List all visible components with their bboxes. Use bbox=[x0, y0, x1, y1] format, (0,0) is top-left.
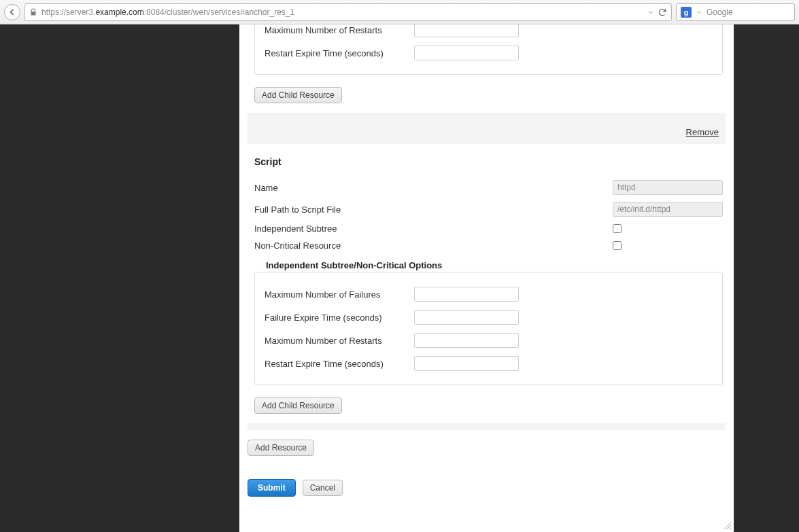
script-path-input[interactable] bbox=[613, 202, 723, 217]
option-label: Maximum Number of Restarts bbox=[265, 25, 414, 35]
url-bar-actions bbox=[647, 7, 667, 17]
arrow-left-icon bbox=[8, 8, 16, 16]
add-resource-button[interactable]: Add Resource bbox=[248, 440, 314, 456]
failure-expire-input[interactable] bbox=[414, 310, 519, 325]
add-child-resource-button[interactable]: Add Child Resource bbox=[254, 87, 342, 103]
form-row: Non-Critical Resource bbox=[254, 237, 723, 254]
option-row: Restart Expire Time (seconds) bbox=[265, 41, 713, 65]
option-label: Restart Expire Time (seconds) bbox=[265, 359, 414, 369]
option-row: Maximum Number of Restarts bbox=[265, 24, 713, 41]
script-section-title: Script bbox=[254, 156, 723, 167]
field-label: Full Path to Script File bbox=[254, 205, 613, 215]
max-restarts-input[interactable] bbox=[414, 24, 519, 37]
url-host: example.com bbox=[95, 7, 143, 17]
option-label: Restart Expire Time (seconds) bbox=[265, 48, 414, 58]
resource-header-bar: Remove bbox=[248, 113, 726, 144]
add-child-resource-button-2[interactable]: Add Child Resource bbox=[254, 397, 342, 414]
option-row: Failure Expire Time (seconds) bbox=[265, 306, 713, 329]
url-suffix: :8084/cluster/wen/services#anchor_res_1 bbox=[144, 7, 294, 17]
form-row: Independent Subtree bbox=[254, 220, 723, 237]
submit-button[interactable]: Submit bbox=[248, 479, 296, 497]
subtree-options-legend: Independent Subtree/Non-Critical Options bbox=[265, 260, 443, 270]
resize-handle-icon[interactable] bbox=[723, 521, 732, 531]
option-label: Maximum Number of Failures bbox=[265, 289, 414, 300]
cancel-button[interactable]: Cancel bbox=[303, 480, 343, 496]
field-label: Name bbox=[254, 183, 613, 193]
url-bar[interactable]: https://server3.example.com:8084/cluster… bbox=[24, 3, 672, 21]
form-row: Full Path to Script File bbox=[254, 198, 723, 220]
script-name-input[interactable] bbox=[613, 180, 723, 195]
field-label: Independent Subtree bbox=[254, 224, 613, 234]
chevron-down-icon bbox=[696, 9, 702, 16]
max-restarts-input-2[interactable] bbox=[414, 333, 519, 348]
url-text: https://server3.example.com:8084/cluster… bbox=[41, 7, 643, 17]
field-label: Non-Critical Resource bbox=[254, 241, 613, 251]
browser-toolbar: https://server3.example.com:8084/cluster… bbox=[0, 0, 799, 24]
non-critical-checkbox[interactable] bbox=[613, 241, 622, 250]
option-row: Maximum Number of Failures bbox=[265, 283, 713, 306]
section-divider bbox=[248, 423, 726, 430]
viewport-background: Maximum Number of Restarts Restart Expir… bbox=[0, 24, 799, 532]
restart-expire-input[interactable] bbox=[414, 46, 519, 60]
page-content: Maximum Number of Restarts Restart Expir… bbox=[239, 24, 734, 532]
dropdown-icon[interactable] bbox=[647, 8, 655, 16]
upper-options-fieldset: Maximum Number of Restarts Restart Expir… bbox=[254, 24, 723, 75]
form-row: Name bbox=[254, 177, 723, 198]
option-row: Restart Expire Time (seconds) bbox=[265, 352, 713, 375]
option-label: Failure Expire Time (seconds) bbox=[265, 313, 414, 323]
url-prefix: https://server3. bbox=[41, 7, 95, 17]
search-box[interactable]: g Google bbox=[676, 3, 795, 21]
form-footer: Submit Cancel bbox=[248, 479, 726, 497]
independent-subtree-checkbox[interactable] bbox=[613, 224, 622, 233]
max-failures-input[interactable] bbox=[414, 287, 519, 302]
subtree-options-fieldset: Independent Subtree/Non-Critical Options… bbox=[254, 272, 723, 385]
reload-icon[interactable] bbox=[658, 7, 667, 17]
option-label: Maximum Number of Restarts bbox=[265, 336, 414, 346]
restart-expire-input-2[interactable] bbox=[414, 356, 519, 371]
option-row: Maximum Number of Restarts bbox=[265, 329, 713, 352]
back-button[interactable] bbox=[4, 4, 20, 20]
lock-icon bbox=[29, 8, 37, 16]
search-placeholder: Google bbox=[707, 7, 733, 17]
remove-link[interactable]: Remove bbox=[686, 127, 719, 137]
search-engine-badge: g bbox=[681, 7, 692, 18]
